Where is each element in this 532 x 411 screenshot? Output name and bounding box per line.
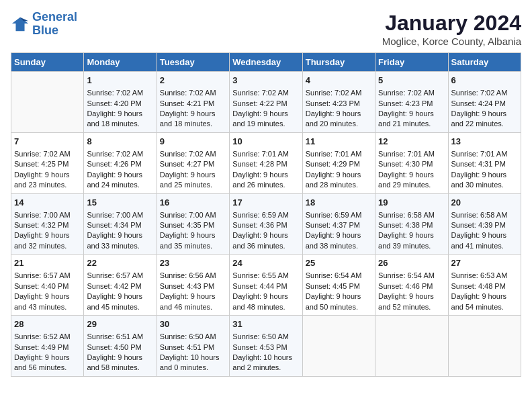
sunrise-text: Sunrise: 6:54 AM xyxy=(378,271,445,281)
day-number: 9 xyxy=(160,136,226,148)
calendar-table: SundayMondayTuesdayWednesdayThursdayFrid… xyxy=(11,52,521,377)
day-number: 2 xyxy=(160,75,226,87)
sunset-text: Sunset: 4:49 PM xyxy=(14,342,81,353)
sunset-text: Sunset: 4:20 PM xyxy=(87,99,153,109)
sunset-text: Sunset: 4:27 PM xyxy=(160,159,226,169)
day-number: 24 xyxy=(232,257,299,269)
sunset-text: Sunset: 4:48 PM xyxy=(451,281,518,291)
day-number: 31 xyxy=(232,318,299,330)
sunset-text: Sunset: 4:28 PM xyxy=(232,159,299,169)
sunset-text: Sunset: 4:36 PM xyxy=(232,220,299,230)
day-cell: 15Sunrise: 7:00 AMSunset: 4:34 PMDayligh… xyxy=(84,193,157,255)
sunrise-text: Sunrise: 6:55 AM xyxy=(232,271,299,281)
day-cell xyxy=(11,72,84,133)
day-cell: 11Sunrise: 7:01 AMSunset: 4:29 PMDayligh… xyxy=(302,132,375,193)
sunset-text: Sunset: 4:31 PM xyxy=(451,159,518,169)
sunrise-text: Sunrise: 6:54 AM xyxy=(306,271,372,281)
week-row-1: 1Sunrise: 7:02 AMSunset: 4:20 PMDaylight… xyxy=(11,72,521,133)
logo-text: General Blue xyxy=(32,11,77,38)
day-cell: 18Sunrise: 6:59 AMSunset: 4:37 PMDayligh… xyxy=(302,193,375,255)
day-cell: 29Sunrise: 6:51 AMSunset: 4:50 PMDayligh… xyxy=(84,316,157,377)
day-number: 5 xyxy=(378,75,445,87)
logo-icon xyxy=(11,15,30,34)
sunrise-text: Sunrise: 7:01 AM xyxy=(451,149,518,159)
day-cell xyxy=(375,316,448,377)
column-header-friday: Friday xyxy=(375,53,448,72)
daylight-text: Daylight: 9 hours and 25 minutes. xyxy=(160,170,226,191)
sunset-text: Sunset: 4:46 PM xyxy=(378,281,445,291)
sunset-text: Sunset: 4:45 PM xyxy=(306,281,372,291)
sunrise-text: Sunrise: 7:01 AM xyxy=(378,149,445,159)
day-cell: 9Sunrise: 7:02 AMSunset: 4:27 PMDaylight… xyxy=(157,132,229,193)
day-cell: 13Sunrise: 7:01 AMSunset: 4:31 PMDayligh… xyxy=(448,132,521,193)
sunset-text: Sunset: 4:42 PM xyxy=(87,281,153,291)
sunset-text: Sunset: 4:32 PM xyxy=(14,220,81,230)
sunrise-text: Sunrise: 7:02 AM xyxy=(87,149,153,159)
daylight-text: Daylight: 10 hours and 0 minutes. xyxy=(160,353,226,373)
column-headers: SundayMondayTuesdayWednesdayThursdayFrid… xyxy=(11,53,521,72)
sunset-text: Sunset: 4:43 PM xyxy=(160,281,226,291)
daylight-text: Daylight: 9 hours and 35 minutes. xyxy=(160,230,226,251)
daylight-text: Daylight: 10 hours and 2 minutes. xyxy=(232,353,299,373)
daylight-text: Daylight: 9 hours and 50 minutes. xyxy=(306,291,372,312)
day-number: 7 xyxy=(14,136,81,148)
day-cell: 3Sunrise: 7:02 AMSunset: 4:22 PMDaylight… xyxy=(230,72,302,133)
sunrise-text: Sunrise: 7:02 AM xyxy=(451,88,518,98)
daylight-text: Daylight: 9 hours and 58 minutes. xyxy=(87,353,153,373)
day-number: 1 xyxy=(87,75,153,87)
day-cell: 17Sunrise: 6:59 AMSunset: 4:36 PMDayligh… xyxy=(230,193,302,255)
column-header-saturday: Saturday xyxy=(448,53,521,72)
daylight-text: Daylight: 9 hours and 18 minutes. xyxy=(87,109,153,130)
sunset-text: Sunset: 4:21 PM xyxy=(160,99,226,109)
day-number: 15 xyxy=(87,197,153,209)
day-cell: 2Sunrise: 7:02 AMSunset: 4:21 PMDaylight… xyxy=(157,72,229,133)
day-cell: 4Sunrise: 7:02 AMSunset: 4:23 PMDaylight… xyxy=(302,72,375,133)
sunrise-text: Sunrise: 7:00 AM xyxy=(160,210,226,220)
sunrise-text: Sunrise: 6:50 AM xyxy=(160,332,226,342)
sunset-text: Sunset: 4:40 PM xyxy=(14,281,81,291)
day-cell: 26Sunrise: 6:54 AMSunset: 4:46 PMDayligh… xyxy=(375,255,448,316)
day-cell xyxy=(302,316,375,377)
day-cell: 21Sunrise: 6:57 AMSunset: 4:40 PMDayligh… xyxy=(11,255,84,316)
sunrise-text: Sunrise: 7:02 AM xyxy=(160,88,226,98)
sunset-text: Sunset: 4:26 PM xyxy=(87,159,153,169)
daylight-text: Daylight: 9 hours and 30 minutes. xyxy=(451,170,518,191)
day-number: 16 xyxy=(160,197,226,209)
day-number: 8 xyxy=(87,136,153,148)
sunrise-text: Sunrise: 7:01 AM xyxy=(232,149,299,159)
daylight-text: Daylight: 9 hours and 43 minutes. xyxy=(14,291,81,312)
daylight-text: Daylight: 9 hours and 19 minutes. xyxy=(232,109,299,130)
daylight-text: Daylight: 9 hours and 54 minutes. xyxy=(451,291,518,312)
sunset-text: Sunset: 4:50 PM xyxy=(87,342,153,353)
sunset-text: Sunset: 4:37 PM xyxy=(306,220,372,230)
daylight-text: Daylight: 9 hours and 29 minutes. xyxy=(378,170,445,191)
day-cell: 14Sunrise: 7:00 AMSunset: 4:32 PMDayligh… xyxy=(11,193,84,255)
daylight-text: Daylight: 9 hours and 23 minutes. xyxy=(14,170,81,191)
day-cell: 10Sunrise: 7:01 AMSunset: 4:28 PMDayligh… xyxy=(230,132,302,193)
day-cell: 27Sunrise: 6:53 AMSunset: 4:48 PMDayligh… xyxy=(448,255,521,316)
sunrise-text: Sunrise: 7:01 AM xyxy=(306,149,372,159)
daylight-text: Daylight: 9 hours and 24 minutes. xyxy=(87,170,153,191)
sunset-text: Sunset: 4:24 PM xyxy=(451,99,518,109)
day-cell: 22Sunrise: 6:57 AMSunset: 4:42 PMDayligh… xyxy=(84,255,157,316)
sunrise-text: Sunrise: 6:53 AM xyxy=(451,271,518,281)
sunrise-text: Sunrise: 6:56 AM xyxy=(160,271,226,281)
daylight-text: Daylight: 9 hours and 48 minutes. xyxy=(232,291,299,312)
day-cell: 31Sunrise: 6:50 AMSunset: 4:53 PMDayligh… xyxy=(230,316,302,377)
day-number: 4 xyxy=(306,75,372,87)
day-number: 28 xyxy=(14,318,81,330)
week-row-5: 28Sunrise: 6:52 AMSunset: 4:49 PMDayligh… xyxy=(11,316,521,377)
daylight-text: Daylight: 9 hours and 52 minutes. xyxy=(378,291,445,312)
sunset-text: Sunset: 4:29 PM xyxy=(306,159,372,169)
calendar-subtitle: Moglice, Korce County, Albania xyxy=(382,36,521,47)
daylight-text: Daylight: 9 hours and 45 minutes. xyxy=(87,291,153,312)
day-number: 17 xyxy=(232,197,299,209)
day-cell xyxy=(448,316,521,377)
daylight-text: Daylight: 9 hours and 18 minutes. xyxy=(160,109,226,130)
sunrise-text: Sunrise: 7:02 AM xyxy=(160,149,226,159)
sunset-text: Sunset: 4:23 PM xyxy=(306,99,372,109)
sunrise-text: Sunrise: 6:52 AM xyxy=(14,332,81,342)
day-number: 12 xyxy=(378,136,445,148)
day-number: 22 xyxy=(87,257,153,269)
day-number: 25 xyxy=(306,257,372,269)
